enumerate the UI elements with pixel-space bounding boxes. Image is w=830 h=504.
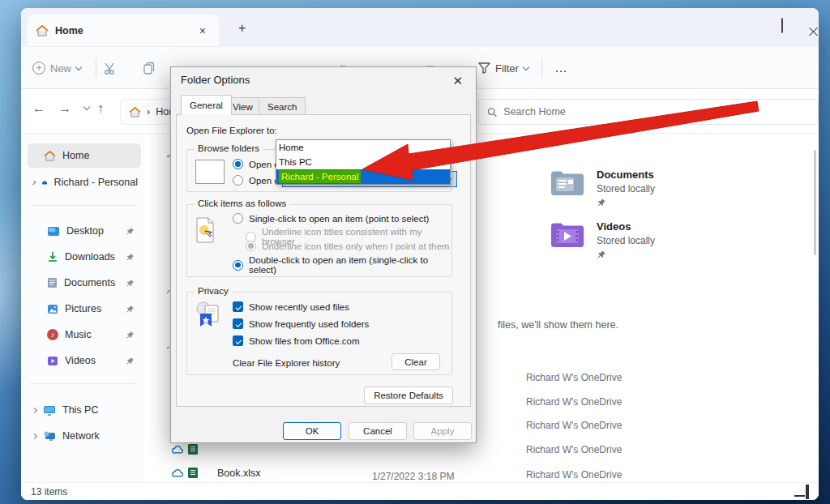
maximize-button[interactable] xyxy=(781,19,783,33)
radio-icon xyxy=(233,159,243,169)
cut-button[interactable] xyxy=(104,47,118,89)
dropdown-option-onedrive[interactable]: Richard - Personal xyxy=(276,169,450,184)
check-recent-files[interactable]: Show recently used files xyxy=(233,301,349,312)
recent-locations-icon[interactable] xyxy=(83,104,90,110)
pin-icon xyxy=(126,331,135,340)
new-button[interactable]: + New xyxy=(32,47,81,89)
search-box[interactable] xyxy=(478,99,819,125)
onedrive-cloud-icon xyxy=(41,178,48,187)
tab-title: Home xyxy=(55,25,188,36)
filter-label: Filter xyxy=(495,62,519,75)
radio-icon xyxy=(233,260,243,271)
sidebar-item-label: Pictures xyxy=(65,303,101,314)
new-tab-button[interactable]: + xyxy=(238,21,246,36)
large-icons-view-icon[interactable] xyxy=(806,486,809,498)
open-to-label: Open File Explorer to: xyxy=(186,126,277,135)
sidebar-item-desktop[interactable]: Desktop xyxy=(28,219,141,243)
sidebar-item-videos[interactable]: Videos xyxy=(28,348,141,373)
navigation-pane: Home Richard - Personal Desktop Download… xyxy=(21,134,144,482)
apply-button[interactable]: Apply xyxy=(413,422,472,440)
pin-icon xyxy=(126,227,135,236)
ok-button[interactable]: OK xyxy=(283,422,341,440)
folder-options-dialog: Folder Options ✕ General View Search Ope… xyxy=(170,66,477,443)
funnel-icon xyxy=(478,62,490,74)
privacy-icon xyxy=(194,301,223,330)
checkbox-checked-icon xyxy=(233,301,243,312)
see-more-button[interactable]: … xyxy=(554,47,567,89)
sidebar-item-label: Documents xyxy=(64,277,115,288)
clear-history-label: Clear File Explorer history xyxy=(233,358,340,368)
click-items-group: Click items as follows Single-click to o… xyxy=(186,204,452,277)
tile-subtitle: Stored locally xyxy=(597,235,655,246)
radio-icon xyxy=(233,175,243,186)
sidebar-item-label: Videos xyxy=(65,355,96,366)
sidebar-item-documents[interactable]: Documents xyxy=(28,271,141,295)
dialog-close-icon[interactable]: ✕ xyxy=(447,72,468,90)
clear-button[interactable]: Clear xyxy=(391,353,440,370)
sidebar-item-downloads[interactable]: Downloads xyxy=(28,245,141,269)
documents-icon xyxy=(47,277,58,288)
sidebar-item-label: This PC xyxy=(62,404,98,416)
breadcrumb-separator: › xyxy=(147,106,150,117)
pin-icon xyxy=(126,253,135,262)
open-to-dropdown-list: Home This PC Richard - Personal xyxy=(276,139,451,185)
back-icon[interactable]: ← xyxy=(32,101,45,116)
expand-chevron-icon[interactable] xyxy=(32,407,37,412)
pictures-icon xyxy=(47,304,58,314)
tab-general[interactable]: General xyxy=(181,95,232,115)
sidebar-item-label: Richard - Personal xyxy=(53,177,138,188)
this-pc-icon xyxy=(43,405,56,416)
downloads-icon xyxy=(47,251,58,263)
scrollbar-thumb[interactable] xyxy=(814,150,816,255)
click-pointer-icon xyxy=(195,216,216,244)
sidebar-item-onedrive[interactable]: Richard - Personal xyxy=(28,170,141,194)
sidebar-item-label: Downloads xyxy=(65,251,115,263)
expand-chevron-icon[interactable] xyxy=(32,433,37,438)
radio-double-click[interactable]: Double-click to open an item (single-cli… xyxy=(233,255,451,275)
tile-documents[interactable]: Documents Stored locally xyxy=(550,169,655,207)
tile-videos[interactable]: Videos Stored locally xyxy=(550,220,655,259)
chevron-down-icon xyxy=(75,63,82,70)
documents-folder-icon xyxy=(550,169,585,198)
group-legend: Browse folders xyxy=(195,143,263,153)
pin-icon xyxy=(597,198,655,207)
items-count: 13 items xyxy=(31,486,67,498)
sidebar-item-music[interactable]: ♪ Music xyxy=(28,322,141,347)
onedrive-status-icon xyxy=(171,469,183,477)
sidebar-item-label: Network xyxy=(62,430,100,442)
expand-chevron-icon[interactable] xyxy=(32,180,36,185)
tab-bar: Home × + xyxy=(21,8,819,47)
check-frequent-folders[interactable]: Show frequently used folders xyxy=(233,318,369,329)
status-bar: 13 items xyxy=(21,482,819,500)
tab-home[interactable]: Home × xyxy=(28,15,219,47)
search-input[interactable] xyxy=(503,106,810,117)
dropdown-option-this-pc[interactable]: This PC xyxy=(276,155,450,169)
sidebar-item-home[interactable]: Home xyxy=(28,143,141,168)
collapse-chevron-icon xyxy=(167,347,169,351)
sidebar-item-pictures[interactable]: Pictures xyxy=(28,297,141,321)
annotation-highlight: Richard - Personal xyxy=(279,170,361,183)
cancel-button[interactable]: Cancel xyxy=(349,422,407,440)
file-location: Richard W's OneDrive xyxy=(526,420,622,431)
onedrive-status-icon xyxy=(171,446,183,454)
file-location: Richard W's OneDrive xyxy=(526,372,622,383)
restore-defaults-button[interactable]: Restore Defaults xyxy=(364,387,453,404)
sidebar-item-network[interactable]: Network xyxy=(28,424,141,448)
tab-search[interactable]: Search xyxy=(259,97,306,115)
sidebar-item-this-pc[interactable]: This PC xyxy=(28,398,141,422)
forward-icon[interactable]: → xyxy=(58,101,71,116)
copy-button[interactable] xyxy=(143,47,156,89)
browse-folders-icon xyxy=(195,160,225,184)
check-office-files[interactable]: Show files from Office.com xyxy=(233,335,360,346)
tab-close-icon[interactable]: × xyxy=(195,24,211,37)
tile-title: Documents xyxy=(597,169,655,181)
file-row[interactable] xyxy=(171,443,199,455)
radio-single-click[interactable]: Single-click to open an item (point to s… xyxy=(233,213,429,224)
filter-button[interactable]: Filter xyxy=(478,47,528,89)
up-icon[interactable]: ↑ xyxy=(97,101,104,116)
file-location: Richard W's OneDrive xyxy=(526,444,622,455)
home-icon xyxy=(129,107,141,117)
recent-empty-hint: files, we'll show them here. xyxy=(498,319,618,331)
file-row[interactable]: Book.xlsx xyxy=(171,467,261,479)
dropdown-option-home[interactable]: Home xyxy=(276,140,450,155)
